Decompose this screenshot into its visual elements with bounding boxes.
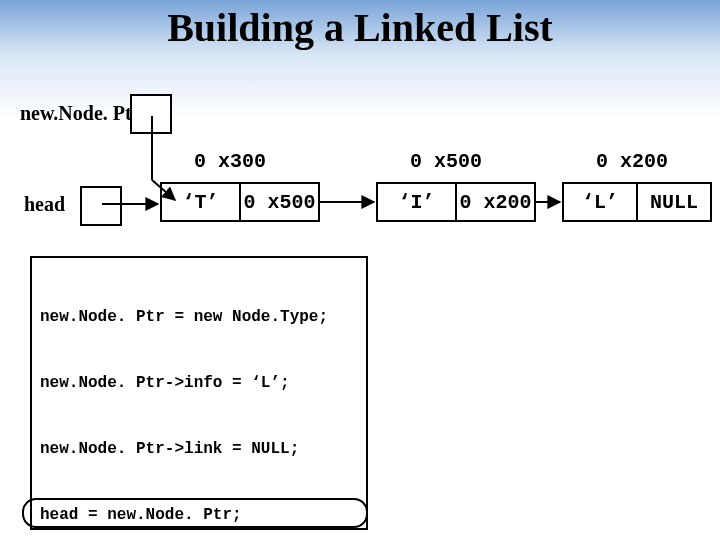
- code-line-1: new.Node. Ptr->info = ‘L’;: [40, 372, 358, 394]
- node-2-link: 0 x200: [457, 184, 534, 220]
- slide: Building a Linked List new.Node. Ptr hea…: [0, 0, 720, 540]
- node-3-info: ‘L’: [564, 184, 638, 220]
- code-line-0: new.Node. Ptr = new Node.Type;: [40, 306, 358, 328]
- box-head: [80, 186, 122, 226]
- code-line-2: new.Node. Ptr->link = NULL;: [40, 438, 358, 460]
- node-3-link: NULL: [638, 184, 710, 220]
- label-newnodeptr: new.Node. Ptr: [20, 102, 141, 125]
- address-node2: 0 x500: [376, 150, 516, 173]
- node-3: ‘L’ NULL: [562, 182, 712, 222]
- address-node1: 0 x300: [160, 150, 300, 173]
- slide-title: Building a Linked List: [0, 4, 720, 51]
- address-node3: 0 x200: [562, 150, 702, 173]
- node-1-link: 0 x500: [241, 184, 318, 220]
- code-box: new.Node. Ptr = new Node.Type; new.Node.…: [30, 256, 368, 530]
- label-head: head: [24, 193, 65, 216]
- node-2: ‘I’ 0 x200: [376, 182, 536, 222]
- box-newnodeptr: [130, 94, 172, 134]
- node-2-info: ‘I’: [378, 184, 457, 220]
- node-1: ‘T’ 0 x500: [160, 182, 320, 222]
- highlight-last-line: [22, 498, 368, 528]
- node-1-info: ‘T’: [162, 184, 241, 220]
